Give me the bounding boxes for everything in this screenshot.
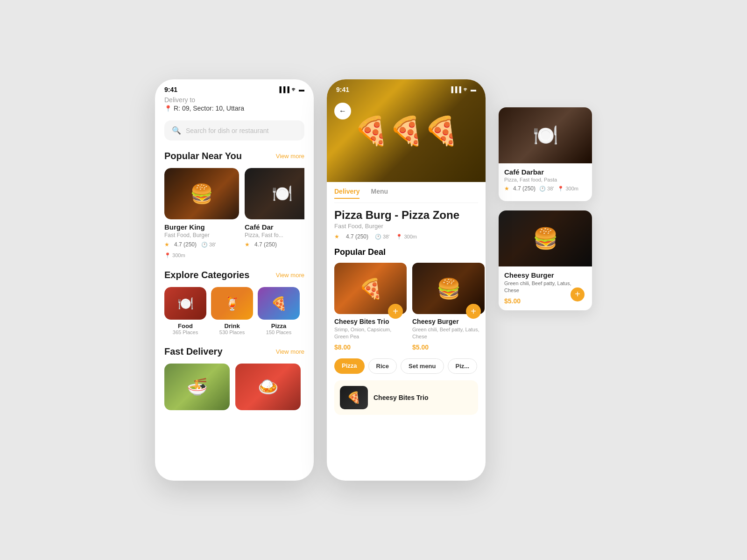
cafe-darbar-dist: 📍 300m — [557, 186, 578, 192]
deal-cards-row: 🍕 + Cheesy Bites Trio Srimp, Onion, Caps… — [334, 263, 478, 351]
pill-rice[interactable]: Rice — [368, 358, 397, 374]
cafe-darbar-side-sub: Pizza, Fast food, Pasta — [504, 177, 586, 182]
battery-icon: ▬ — [299, 86, 304, 93]
cheesy-burger-side-name: Cheesy Burger — [504, 271, 586, 279]
cheesy-burger-image: 🍔 + — [412, 263, 485, 314]
restaurant-star: ★ — [334, 233, 339, 240]
deal-card-cheesy-bites[interactable]: 🍕 + Cheesy Bites Trio Srimp, Onion, Caps… — [334, 263, 407, 351]
add-cheesy-bites-button[interactable]: + — [388, 304, 403, 319]
categories-row: 🍽️ Food 365 Places 🍹 Drink 530 Places 🍕 … — [164, 287, 304, 335]
fast-delivery-title: Fast Delivery — [164, 346, 223, 357]
cheesy-burger-side-image: 🍔 — [499, 210, 592, 266]
pill-more[interactable]: Piz... — [448, 358, 478, 374]
restaurant-type: Fast Food, Burger — [334, 223, 478, 230]
category-drink[interactable]: 🍹 Drink 530 Places — [211, 287, 253, 335]
signal-icon-2: ▐▐▐ — [449, 86, 461, 93]
battery-icon-2: ▬ — [471, 86, 476, 93]
burger-king-rating: 4.7 (250) — [174, 241, 197, 248]
cheesy-bites-desc: Srimp, Onion, Capsicum, Green Pea — [334, 326, 407, 341]
search-placeholder: Search for dish or restaurant — [186, 127, 268, 134]
burger-king-name: Burger King — [164, 223, 239, 231]
search-icon: 🔍 — [172, 126, 181, 135]
bottom-menu-item[interactable]: 🍕 Cheesy Bites Trio — [334, 380, 478, 415]
restaurant-meta: ★ 4.7 (250) 🕐 38' 📍 300m — [334, 233, 478, 240]
bottom-item-image: 🍕 — [340, 386, 368, 409]
status-bar-1: 9:41 ▐▐▐ ᯤ ▬ — [155, 79, 314, 96]
star-icon-2: ★ — [245, 241, 250, 248]
cafe-dar-name: Café Dar — [245, 223, 304, 231]
bottom-item-name: Cheesy Bites Trio — [374, 394, 429, 401]
signal-icon: ▐▐▐ — [277, 86, 289, 93]
phone-screen-2: 🍕🍕🍕 9:41 ▐▐▐ ᯤ ▬ ← Delivery Menu Pizza B… — [327, 79, 486, 481]
status-bar-2: 9:41 ▐▐▐ ᯤ ▬ — [327, 79, 486, 96]
status-time-1: 9:41 — [164, 86, 177, 93]
cafe-dar-rating: 4.7 (250) — [254, 241, 277, 248]
tab-delivery[interactable]: Delivery — [334, 188, 359, 199]
side-cards-container: 🍽️ Café Darbar Pizza, Fast food, Pasta ★… — [499, 107, 592, 310]
cheesy-burger-desc: Green chili, Beef patty, Latus, Chese — [412, 326, 485, 341]
delivery-label: Delivery to — [164, 96, 304, 104]
burger-king-meta: ★ 4.7 (250) 🕐 38' 📍 300m — [164, 241, 239, 259]
categories-section-header: Explore Categories View more — [164, 270, 304, 280]
cafe-darbar-side-image: 🍽️ — [499, 107, 592, 163]
food-category-image: 🍽️ — [164, 287, 206, 320]
cafe-darbar-star: ★ — [504, 185, 509, 192]
cafe-darbar-side-meta: ★ 4.7 (250) 🕐 38' 📍 300m — [504, 185, 586, 192]
restaurant-name: Pizza Burg - Pizza Zone — [334, 209, 478, 222]
cafe-dar-meta: ★ 4.7 (250) — [245, 241, 304, 248]
pizza-category-places: 150 Places — [258, 329, 300, 335]
add-cheesy-burger-side-button[interactable]: + — [571, 287, 585, 301]
fd-noodles-card[interactable]: 🍜 — [164, 364, 230, 410]
popular-card-burger-king[interactable]: 🍔 Burger King Fast Food, Burger ★ 4.7 (2… — [164, 168, 239, 259]
burger-king-time: 🕐 38' — [201, 242, 216, 248]
categories-view-more[interactable]: View more — [276, 272, 304, 279]
category-pizza[interactable]: 🍕 Pizza 150 Places — [258, 287, 300, 335]
burger-king-image: 🍔 — [164, 168, 239, 219]
cheesy-burger-side-price: $5.00 — [504, 297, 521, 305]
side-card-cheesy-burger[interactable]: 🍔 Cheesy Burger Green chili, Beef patty,… — [499, 210, 592, 310]
cafe-dar-sub: Pizza, Fast fo... — [245, 232, 304, 238]
add-cheesy-burger-button[interactable]: + — [466, 304, 481, 319]
restaurant-dist: 📍 300m — [396, 234, 417, 240]
drink-category-name: Drink — [211, 322, 253, 329]
cafe-darbar-time: 🕐 38' — [539, 186, 554, 192]
burger-king-sub: Fast Food, Burger — [164, 232, 239, 238]
pin-icon: 📍 — [164, 105, 172, 112]
cheesy-burger-name: Cheesy Burger — [412, 318, 485, 325]
burger-king-dist: 📍 300m — [164, 252, 185, 259]
fast-delivery-cards: 🍜 🍛 — [164, 364, 304, 410]
side-card-cafe-darbar[interactable]: 🍽️ Café Darbar Pizza, Fast food, Pasta ★… — [499, 107, 592, 201]
pizza-category-name: Pizza — [258, 322, 300, 329]
cafe-darbar-rating: 4.7 (250) — [513, 185, 536, 192]
food-category-name: Food — [164, 322, 206, 329]
pizza-category-image: 🍕 — [258, 287, 300, 320]
tab-menu[interactable]: Menu — [371, 188, 388, 199]
popular-section-header: Popular Near You View more — [164, 151, 304, 161]
phone-screen-1: 9:41 ▐▐▐ ᯤ ▬ Delivery to 📍 R: 09, Sector… — [155, 79, 314, 481]
pill-set-menu[interactable]: Set menu — [401, 358, 444, 374]
pill-pizza[interactable]: Pizza — [334, 358, 365, 374]
status-time-2: 9:41 — [336, 86, 349, 93]
star-icon: ★ — [164, 241, 169, 248]
popular-card-cafe[interactable]: 🍽️ Café Dar Pizza, Fast fo... ★ 4.7 (250… — [245, 168, 304, 259]
cheesy-burger-price: $5.00 — [412, 343, 485, 351]
category-pills-row: Pizza Rice Set menu Piz... — [334, 358, 478, 374]
popular-cards-row: 🍔 Burger King Fast Food, Burger ★ 4.7 (2… — [164, 168, 304, 259]
cafe-dar-image: 🍽️ — [245, 168, 304, 219]
fd-curry-card[interactable]: 🍛 — [235, 364, 301, 410]
deal-card-cheesy-burger[interactable]: 🍔 + Cheesy Burger Green chili, Beef patt… — [412, 263, 485, 351]
restaurant-tabs: Delivery Menu — [334, 182, 478, 203]
search-bar[interactable]: 🔍 Search for dish or restaurant — [164, 120, 304, 140]
category-food[interactable]: 🍽️ Food 365 Places — [164, 287, 206, 335]
restaurant-time: 🕐 38' — [375, 234, 389, 240]
restaurant-hero-image: 🍕🍕🍕 9:41 ▐▐▐ ᯤ ▬ ← — [327, 79, 486, 182]
drink-category-image: 🍹 — [211, 287, 253, 320]
delivery-address[interactable]: 📍 R: 09, Sector: 10, Uttara — [164, 105, 304, 112]
food-category-places: 365 Places — [164, 329, 206, 335]
back-button[interactable]: ← — [334, 103, 351, 119]
fast-delivery-view-more[interactable]: View more — [276, 348, 304, 355]
status-icons-1: ▐▐▐ ᯤ ▬ — [277, 86, 304, 93]
fast-delivery-header: Fast Delivery View more — [164, 346, 304, 357]
popular-view-more[interactable]: View more — [276, 153, 304, 160]
cheesy-bites-image: 🍕 + — [334, 263, 407, 314]
